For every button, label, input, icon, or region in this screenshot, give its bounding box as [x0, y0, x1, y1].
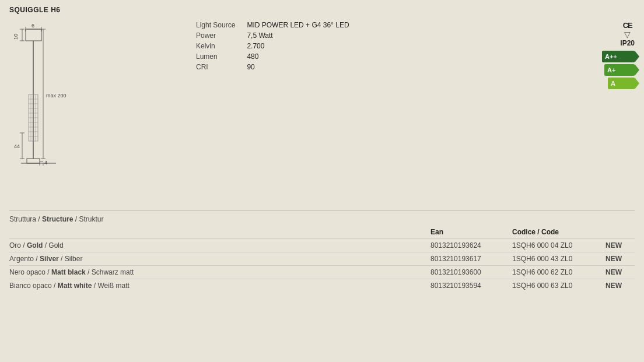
products-table: Ean Codice / Code Oro / Gold / Gold80132… — [9, 227, 635, 292]
ip-mark: IP20 — [620, 39, 635, 47]
section-divider — [9, 210, 635, 210]
svg-text:4: 4 — [44, 160, 47, 166]
badge-ap-arrow — [635, 64, 639, 76]
product-title: SQUIGGLE H6 — [9, 6, 635, 14]
col-ean-header: Ean — [430, 227, 512, 239]
energy-badges: A++ A+ A — [602, 51, 635, 89]
badge-a-label: A — [611, 80, 615, 87]
product-ean-cell: 8013210193617 — [430, 252, 512, 266]
product-new-badge: NEW — [606, 239, 635, 252]
energy-badge-ap: A+ — [604, 64, 635, 76]
specs-table: Light Source MID POWER LED + G4 36° LED … — [196, 20, 361, 72]
product-name-cell: Argento / Silver / Silber — [9, 252, 430, 266]
table-row: Nero opaco / Matt black / Schwarz matt80… — [9, 266, 635, 279]
product-new-badge: NEW — [606, 279, 635, 293]
table-row: Argento / Silver / Silber80132101936171S… — [9, 252, 635, 266]
kelvin-value: 2.700 — [247, 41, 360, 51]
ce-mark: CE — [623, 21, 632, 30]
svg-text:6: 6 — [32, 23, 34, 29]
product-code-cell: 1SQH6 000 63 ZL0 — [512, 279, 606, 293]
table-row: Bianco opaco / Matt white / Weiß matt801… — [9, 279, 635, 293]
light-source-value: MID POWER LED + G4 36° LED — [247, 20, 360, 30]
product-ean-cell: 8013210193594 — [430, 279, 512, 293]
cri-value: 90 — [247, 62, 360, 72]
badge-a-arrow — [635, 78, 639, 89]
svg-rect-31 — [27, 159, 40, 163]
diagram-area: 6 10 — [9, 19, 184, 205]
product-ean-cell: 8013210193600 — [430, 266, 512, 279]
power-label: Power — [196, 30, 247, 41]
col-name-header — [9, 227, 430, 239]
svg-text:max 200: max 200 — [46, 93, 66, 99]
product-code-cell: 1SQH6 000 43 ZL0 — [512, 252, 606, 266]
kelvin-label: Kelvin — [196, 41, 247, 51]
badges-area: CE ▽ IP20 A++ A+ A — [588, 19, 635, 89]
product-name-cell: Oro / Gold / Gold — [9, 239, 430, 252]
table-row: Oro / Gold / Gold80132101936241SQH6 000 … — [9, 239, 635, 252]
col-new-header — [606, 227, 635, 239]
product-name-cell: Nero opaco / Matt black / Schwarz matt — [9, 266, 430, 279]
cri-label: CRI — [196, 62, 247, 72]
light-source-label: Light Source — [196, 20, 247, 30]
power-value: 7,5 Watt — [247, 30, 360, 41]
structure-label: Struttura / Structure / Struktur — [9, 215, 103, 223]
page: SQUIGGLE H6 6 10 — [0, 0, 644, 301]
product-code-cell: 1SQH6 000 62 ZL0 — [512, 266, 606, 279]
lumen-label: Lumen — [196, 51, 247, 62]
badge-app-label: A++ — [605, 53, 617, 60]
drop-icon: ▽ — [624, 30, 631, 39]
product-new-badge: NEW — [606, 252, 635, 266]
badge-ap-label: A+ — [607, 66, 615, 73]
product-new-badge: NEW — [606, 266, 635, 279]
badge-app-arrow — [635, 51, 639, 62]
structure-header: Struttura / Structure / Struktur — [9, 215, 635, 223]
specs-area: Light Source MID POWER LED + G4 36° LED … — [184, 19, 588, 72]
energy-badge-a: A — [608, 78, 635, 89]
lumen-value: 480 — [247, 51, 360, 62]
product-name-cell: Bianco opaco / Matt white / Weiß matt — [9, 279, 430, 293]
product-ean-cell: 8013210193624 — [430, 239, 512, 252]
product-code-cell: 1SQH6 000 04 ZL0 — [512, 239, 606, 252]
table-header-row: Ean Codice / Code — [9, 227, 635, 239]
energy-badge-app: A++ — [602, 51, 635, 62]
svg-text:10: 10 — [13, 34, 19, 40]
svg-text:44: 44 — [14, 143, 20, 149]
svg-rect-8 — [26, 29, 41, 41]
col-code-header: Codice / Code — [512, 227, 606, 239]
product-diagram: 6 10 — [9, 19, 85, 205]
